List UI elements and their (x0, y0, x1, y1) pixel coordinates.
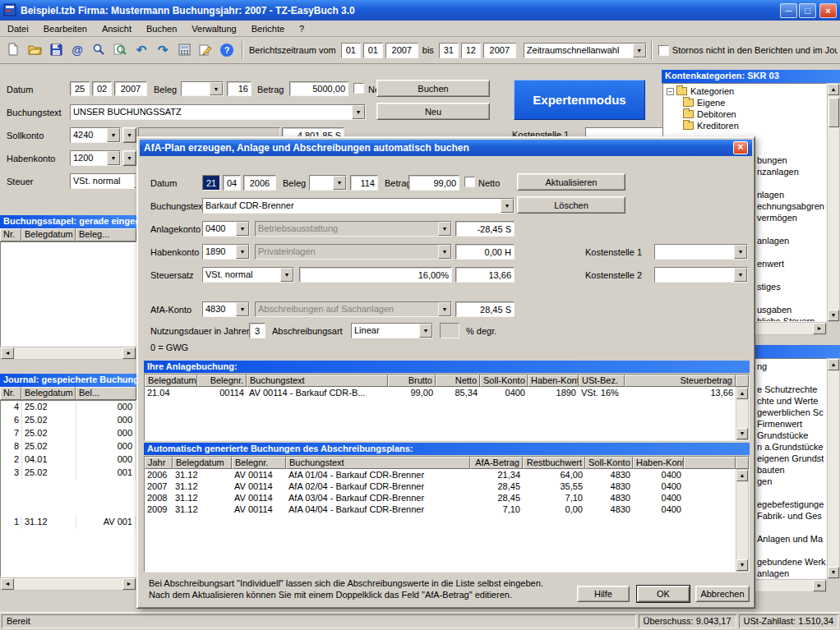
journal-row[interactable]: 825.02000 (1, 440, 136, 453)
period-from-year[interactable]: 2007 (385, 43, 418, 58)
scroll-right-icon[interactable]: ► (813, 580, 826, 591)
table-row[interactable]: 21.0400114AV 00114 - Barkauf CDR-B...99,… (145, 387, 736, 398)
scroll-thumb[interactable] (828, 98, 839, 127)
edit-note-button[interactable] (195, 39, 216, 61)
tree-item[interactable]: Eigene (663, 97, 826, 108)
journal-row[interactable]: 625.02000 (1, 414, 136, 427)
journal-row[interactable]: 425.02000 (1, 401, 136, 414)
chevron-down-icon[interactable]: ▼ (210, 82, 223, 95)
period-from-month[interactable]: 01 (363, 43, 383, 58)
journal-row[interactable]: 725.02000 (1, 427, 136, 440)
period-to-month[interactable]: 12 (461, 43, 481, 58)
loeschen-button[interactable]: Löschen (517, 196, 625, 214)
chevron-down-icon[interactable]: ▼ (419, 324, 432, 338)
stornos-checkbox[interactable] (658, 45, 669, 56)
dialog-habenkonto-combo[interactable]: 1890▼ (202, 244, 250, 260)
column-header[interactable]: Buchungstext (286, 457, 470, 469)
hilfe-button[interactable]: Hilfe (577, 586, 630, 602)
buchen-button[interactable]: Buchen (376, 80, 490, 97)
column-header[interactable]: Nr. (0, 387, 21, 400)
nutzungsdauer-field[interactable]: 3 (249, 323, 265, 338)
dialog-betrag-field[interactable]: 99,00 (408, 175, 459, 191)
chevron-down-icon[interactable]: ▼ (280, 268, 293, 282)
redo-button[interactable]: ↷ (152, 39, 173, 61)
search-button[interactable] (88, 39, 109, 61)
column-header[interactable]: Bel... (76, 387, 136, 400)
table-row[interactable]: 200831.12AV 00114AfA 03/04 - Barkauf CDR… (145, 492, 736, 504)
sollkonto-expand-button[interactable]: ▼ (122, 127, 136, 143)
column-header[interactable]: Belegnr. (197, 375, 247, 387)
scroll-left-icon[interactable]: ◄ (1, 578, 14, 590)
table-row[interactable]: 200631.12AV 00114AfA 01/04 - Barkauf CDR… (145, 469, 736, 481)
column-header[interactable]: AfA-Betrag (470, 457, 523, 469)
menu-verwaltung[interactable]: Verwaltung (184, 22, 243, 35)
column-header[interactable]: Belegdatum (21, 228, 76, 241)
help-button[interactable]: ? (216, 39, 238, 61)
open-file-button[interactable] (24, 39, 45, 61)
chevron-down-icon[interactable]: ▼ (107, 128, 120, 142)
column-header[interactable]: Jahr (145, 457, 173, 469)
buchungstext-combo[interactable]: UNSER BUCHUNGSSATZ▼ (70, 104, 366, 120)
column-header[interactable]: Belegdatum (145, 375, 197, 387)
save-button[interactable] (45, 39, 67, 61)
close-button[interactable]: × (819, 3, 837, 18)
steuersatz-combo[interactable]: VSt. normal▼ (202, 267, 294, 283)
menu-ansicht[interactable]: Ansicht (95, 22, 139, 35)
scroll-down-icon[interactable]: ▼ (736, 428, 748, 439)
new-file-button[interactable] (2, 39, 24, 61)
dialog-beleg-combo[interactable]: ▼ (309, 175, 347, 191)
journal-row[interactable]: 131.12AV 001 (1, 516, 136, 529)
menu-bearbeiten[interactable]: Bearbeiten (36, 22, 95, 35)
scroll-right-icon[interactable]: ► (122, 578, 136, 590)
scroll-up-icon[interactable]: ▲ (736, 388, 748, 399)
menu-hilfe[interactable]: ? (292, 22, 312, 35)
abbrechen-button[interactable]: Abbrechen (695, 586, 750, 602)
maximize-button[interactable]: □ (799, 3, 816, 18)
chevron-down-icon[interactable]: ▼ (352, 105, 365, 119)
chevron-down-icon[interactable]: ▼ (633, 44, 646, 57)
dialog-close-button[interactable]: × (733, 141, 748, 154)
chevron-down-icon[interactable]: ▼ (501, 199, 514, 213)
column-header[interactable]: Buchungstext (247, 375, 388, 387)
expertenmodus-button[interactable]: Expertenmodus (514, 80, 645, 120)
anlagekonto-combo[interactable]: 0400▼ (202, 221, 250, 237)
dialog-beleg-nr-field[interactable]: 114 (350, 175, 378, 191)
dialog-kostenstelle2-combo[interactable]: ▼ (654, 267, 748, 283)
undo-button[interactable]: ↶ (131, 39, 152, 61)
chevron-down-icon[interactable]: ▼ (236, 222, 249, 236)
scroll-left-icon[interactable]: ◄ (1, 347, 14, 359)
dialog-datum-day-field[interactable]: 21 (202, 175, 220, 191)
plan-table-scrollbar[interactable]: ▲▼ (736, 469, 749, 572)
scroll-up-icon[interactable]: ▲ (736, 470, 748, 481)
ok-button[interactable]: OK (637, 586, 690, 602)
journal-row[interactable]: 325.02001 (1, 467, 136, 480)
zeitraum-combo[interactable]: Zeitraumschnellanwahl▼ (524, 43, 647, 58)
column-header[interactable]: Brutto (388, 375, 436, 387)
neu-button[interactable]: Neu (376, 103, 490, 120)
column-header[interactable]: Soll-Konto (480, 375, 528, 387)
scroll-up-icon[interactable]: ▲ (828, 84, 839, 95)
period-from-day[interactable]: 01 (341, 43, 361, 58)
konten-scrollbar[interactable]: ▲▼ (827, 83, 840, 322)
column-header[interactable]: Restbuchwert (523, 457, 585, 469)
dialog-netto-checkbox[interactable] (464, 177, 475, 187)
netto-checkbox[interactable] (353, 83, 364, 94)
column-header[interactable]: Belegnr. (232, 457, 286, 469)
period-to-year[interactable]: 2007 (483, 43, 516, 58)
table-row[interactable]: 200931.12AV 00114AfA 04/04 - Barkauf CDR… (145, 504, 736, 515)
menu-buchen[interactable]: Buchen (139, 22, 184, 35)
journal-row[interactable]: 204.01000 (1, 453, 136, 467)
search-document-button[interactable] (109, 39, 131, 61)
column-header[interactable]: Nr. (0, 228, 21, 241)
scroll-down-icon[interactable]: ▼ (828, 567, 839, 578)
habenkonto-combo[interactable]: 1200▼ (70, 150, 121, 166)
stapel-hscrollbar[interactable]: ◄► (0, 347, 136, 360)
dialog-buchungstext-combo[interactable]: Barkauf CDR-Brenner▼ (202, 198, 515, 214)
konten-bottom-scrollbar[interactable]: ▲▼ (827, 358, 840, 579)
journal-hscrollbar[interactable]: ◄► (0, 577, 136, 591)
chevron-down-icon[interactable]: ▼ (734, 245, 747, 259)
column-header[interactable]: Netto (436, 375, 480, 387)
column-header[interactable]: Belegdatum (21, 387, 76, 400)
column-header[interactable] (684, 457, 736, 469)
scroll-right-icon[interactable]: ► (122, 347, 136, 359)
